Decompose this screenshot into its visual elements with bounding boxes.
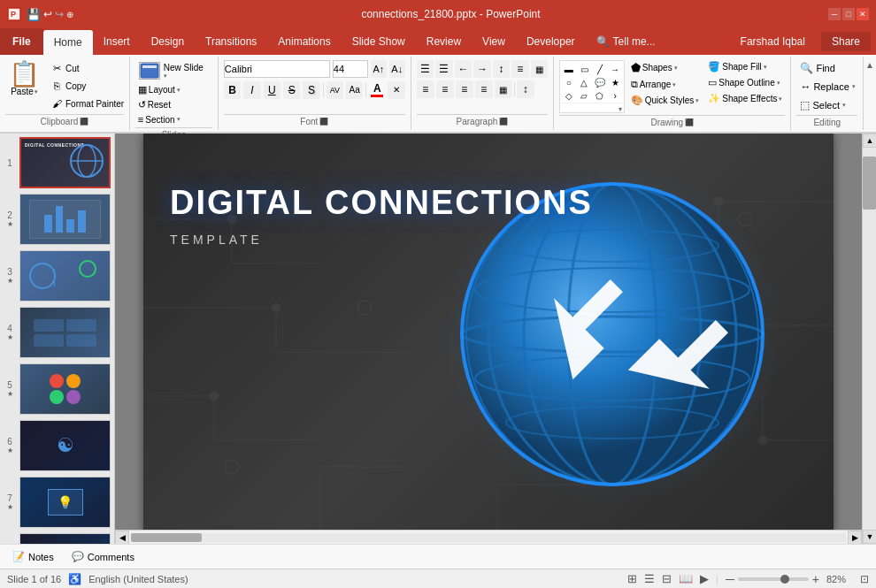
tab-file[interactable]: File (0, 28, 43, 55)
justify-button[interactable]: ≡ (475, 80, 493, 98)
align-left-button[interactable]: ≡ (417, 80, 434, 98)
callout-shape[interactable]: 💬 (593, 76, 606, 88)
comments-button[interactable]: 💬 Comments (66, 549, 140, 564)
scroll-down-button[interactable]: ▼ (863, 530, 876, 544)
slide-thumbnail-2[interactable] (19, 194, 111, 245)
numbering-button[interactable]: ☰ (435, 60, 452, 78)
scroll-left-button[interactable]: ◀ (115, 531, 129, 545)
clipboard-expand-icon[interactable]: ⬛ (80, 118, 88, 126)
drawing-expand-icon[interactable]: ⬛ (685, 118, 694, 126)
star-shape[interactable]: ★ (608, 76, 621, 88)
text-shadow-button[interactable]: S (303, 81, 319, 99)
slide-subtitle[interactable]: TEMPLATE (170, 233, 263, 247)
tab-slideshow[interactable]: Slide Show (342, 28, 416, 55)
tab-animations[interactable]: Animations (267, 28, 341, 55)
scroll-thumb[interactable] (131, 533, 202, 542)
tab-tellme[interactable]: 🔍Tell me... (586, 28, 666, 55)
maximize-button[interactable]: □ (842, 8, 855, 20)
save-icon[interactable]: 💾 (27, 8, 41, 21)
language[interactable]: English (United States) (88, 574, 188, 584)
columns-button[interactable]: ▦ (495, 80, 512, 98)
bullets-button[interactable]: ☰ (417, 60, 434, 78)
font-size-input[interactable] (333, 60, 368, 78)
shape-fill-button[interactable]: 🪣 Shape Fill ▾ (705, 60, 785, 73)
horizontal-scrollbar[interactable]: ◀ ▶ (115, 530, 862, 544)
tab-transitions[interactable]: Transitions (195, 28, 267, 55)
underline-button[interactable]: U (264, 81, 280, 99)
font-expand-icon[interactable]: ⬛ (319, 118, 328, 126)
scroll-up-button[interactable]: ▲ (863, 134, 876, 148)
bold-button[interactable]: B (224, 81, 241, 99)
text-direction-button[interactable]: ↕ (493, 60, 510, 78)
slide-thumb-2[interactable]: 2 ★ (4, 194, 111, 245)
v-scroll-thumb[interactable] (863, 157, 876, 210)
section-button[interactable]: ≡ Section ▾ (135, 113, 183, 126)
find-button[interactable]: 🔍 Find (796, 60, 838, 76)
parallelogram-shape[interactable]: ▱ (578, 89, 591, 102)
tab-developer[interactable]: Developer (516, 28, 586, 55)
para-expand-icon[interactable]: ⬛ (499, 118, 508, 126)
scroll-right-button[interactable]: ▶ (848, 531, 862, 545)
font-color-button[interactable]: A (369, 80, 385, 99)
zoom-in-button[interactable]: + (812, 572, 819, 586)
oval-shape[interactable]: ○ (562, 76, 575, 88)
tab-review[interactable]: Review (416, 28, 472, 55)
italic-button[interactable]: I (243, 81, 260, 99)
view-sorter-icon[interactable]: ⊟ (662, 572, 672, 585)
replace-button[interactable]: ↔ Replace ▾ (796, 79, 858, 95)
scroll-track[interactable] (131, 533, 846, 542)
shape-outline-button[interactable]: ▭ Shape Outline ▾ (705, 76, 785, 89)
slide-thumb-5[interactable]: 5 ★ (4, 363, 111, 415)
clear-format-button[interactable]: ✕ (388, 81, 404, 99)
paste-button[interactable]: 📋 Paste▾ (5, 60, 43, 98)
slide-thumbnail-7[interactable]: 💡 (19, 477, 111, 528)
align-right-button[interactable]: ≡ (456, 80, 473, 98)
shapes-button[interactable]: ⬟ Shapes ▾ (628, 60, 703, 75)
tab-share[interactable]: Share (821, 32, 871, 51)
format-painter-button[interactable]: 🖌 Format Painter (47, 95, 127, 111)
slide-thumb-1[interactable]: 1 DIGITAL CONNECTIONS (4, 137, 111, 188)
minimize-button[interactable]: ─ (828, 8, 841, 20)
slide-thumb-7[interactable]: 7 ★ 💡 (4, 477, 111, 528)
pentagon-shape[interactable]: ⬠ (593, 89, 606, 102)
rect-shape[interactable]: ▬ (562, 63, 575, 75)
customize-icon[interactable]: ⊕ (66, 10, 73, 19)
slide-thumbnail-4[interactable] (19, 307, 111, 358)
slide-thumbnail-6[interactable]: ☯ (19, 420, 111, 471)
paste-label[interactable]: Paste▾ (11, 87, 38, 96)
tab-home[interactable]: Home (43, 30, 93, 55)
slide-thumb-8[interactable]: 8 ★ (4, 533, 111, 544)
layout-button[interactable]: ▦ Layout ▾ (135, 83, 183, 96)
tab-user[interactable]: Farshad Iqbal (730, 28, 816, 55)
font-size-increase[interactable]: A↑ (371, 60, 387, 78)
vertical-scrollbar[interactable]: ▲ ▼ (862, 134, 876, 544)
triangle-shape[interactable]: △ (578, 76, 591, 88)
slide-thumbnail-1[interactable]: DIGITAL CONNECTIONS (19, 137, 111, 188)
decrease-indent-button[interactable]: ← (455, 60, 472, 78)
view-reading-icon[interactable]: 📖 (679, 572, 693, 585)
redo-icon[interactable]: ↪ (55, 8, 64, 20)
new-slide-button[interactable]: New Slide ▾ (135, 60, 207, 81)
slide-thumb-6[interactable]: 6 ★ ☯ (4, 420, 111, 471)
slide-title[interactable]: DIGITAL CONNECTIONS (170, 184, 593, 222)
view-slideshow-icon[interactable]: ▶ (700, 572, 709, 585)
font-name-input[interactable] (224, 60, 330, 78)
increase-indent-button[interactable]: → (473, 60, 490, 78)
zoom-out-button[interactable]: ─ (726, 572, 734, 586)
align-center-button[interactable]: ≡ (436, 80, 454, 98)
slide-canvas[interactable]: DIGITAL CONNECTIONS TEMPLATE (143, 134, 834, 530)
view-normal-icon[interactable]: ⊞ (627, 572, 637, 585)
arrow-shape[interactable]: → (608, 63, 621, 75)
zoom-level[interactable]: 82% (826, 574, 853, 584)
change-case-button[interactable]: Aa (346, 81, 363, 99)
tab-insert[interactable]: Insert (93, 28, 141, 55)
align-text-button[interactable]: ≡ (511, 60, 528, 78)
slide-thumb-3[interactable]: 3 ★ (4, 250, 111, 302)
v-scroll-track[interactable] (863, 148, 876, 530)
shapes-gallery[interactable]: ▬ ▭ ╱ → ○ △ 💬 ★ ◇ ▱ ⬠ › (559, 60, 625, 113)
slide-thumbnail-3[interactable] (19, 250, 111, 302)
font-size-decrease[interactable]: A↓ (389, 60, 405, 78)
arrange-button[interactable]: ⧉ Arrange ▾ (628, 78, 703, 91)
quick-styles-button[interactable]: 🎨 Quick Styles ▾ (628, 94, 703, 107)
slide-thumb-4[interactable]: 4 ★ (4, 307, 111, 358)
